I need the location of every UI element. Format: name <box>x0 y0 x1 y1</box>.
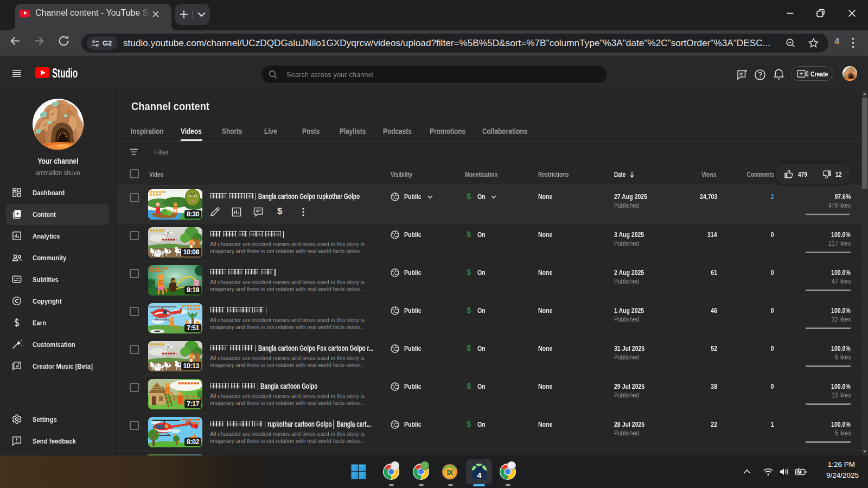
svg-text:4: 4 <box>477 471 482 480</box>
svg-text:IX: IX <box>447 468 454 477</box>
